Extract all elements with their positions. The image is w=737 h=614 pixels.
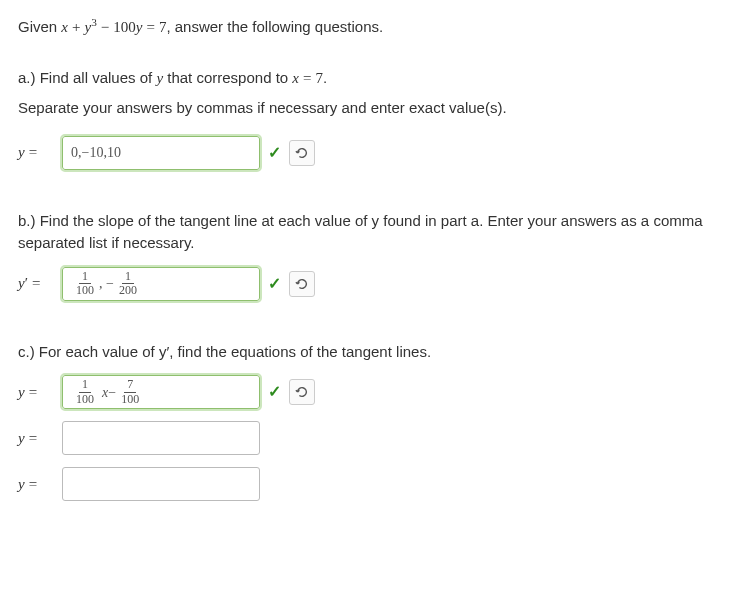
c-answer-input-2[interactable] — [62, 421, 260, 455]
b-label: y′= — [18, 272, 54, 295]
intro-line: Given x+y3−100y=7, answer the following … — [18, 14, 719, 39]
a-xexpr: x=7 — [292, 70, 323, 86]
a-label: y= — [18, 141, 54, 164]
part-b-row: y′= 1100 , − 1200 ✓ — [18, 267, 719, 301]
a-pre: a.) Find all values of — [18, 69, 156, 86]
c-label-2: y= — [18, 427, 54, 450]
b-f2n: 1 — [122, 270, 134, 284]
retry-button[interactable] — [289, 271, 315, 297]
c-answer-input-3[interactable] — [62, 467, 260, 501]
c1-frac1: 1100 — [73, 378, 97, 405]
c1-f1n: 1 — [79, 378, 91, 392]
c1-minus: − — [108, 382, 116, 403]
b-frac2: 1200 — [116, 270, 140, 297]
b-frac1: 1100 — [73, 270, 97, 297]
retry-icon — [295, 385, 309, 399]
retry-icon — [295, 146, 309, 160]
intro-pre: Given — [18, 18, 61, 35]
b-sep: , − — [99, 273, 114, 294]
check-icon: ✓ — [268, 380, 281, 404]
c-label-1: y= — [18, 381, 54, 404]
retry-button[interactable] — [289, 379, 315, 405]
c1-frac2: 7100 — [118, 378, 142, 405]
intro-post: , answer the following questions. — [166, 18, 383, 35]
part-b-prompt: b.) Find the slope of the tangent line a… — [18, 210, 719, 255]
part-c-row-2: y= — [18, 421, 719, 455]
a-answer-input[interactable]: 0,−10,10 — [62, 136, 260, 170]
b-answer-input[interactable]: 1100 , − 1200 — [62, 267, 260, 301]
c1-f2n: 7 — [124, 378, 136, 392]
retry-button[interactable] — [289, 140, 315, 166]
part-a-prompt: a.) Find all values of y that correspond… — [18, 67, 719, 90]
check-icon: ✓ — [268, 141, 281, 165]
c-answer-input-1[interactable]: 1100 x − 7100 — [62, 375, 260, 409]
part-c-prompt: c.) For each value of y′, find the equat… — [18, 341, 719, 364]
a-end: . — [323, 69, 327, 86]
part-a-row: y= 0,−10,10 ✓ — [18, 136, 719, 170]
c1-f2d: 100 — [118, 393, 142, 406]
c1-f1d: 100 — [73, 393, 97, 406]
b-f1d: 100 — [73, 284, 97, 297]
intro-equation: x+y3−100y=7 — [61, 19, 166, 35]
part-c-row-1: y= 1100 x − 7100 ✓ — [18, 375, 719, 409]
part-a-note: Separate your answers by commas if neces… — [18, 97, 719, 120]
b-f2d: 200 — [116, 284, 140, 297]
a-mid: that correspond to — [163, 69, 292, 86]
check-icon: ✓ — [268, 272, 281, 296]
b-f1n: 1 — [79, 270, 91, 284]
c-label-3: y= — [18, 473, 54, 496]
retry-icon — [295, 277, 309, 291]
part-c-row-3: y= — [18, 467, 719, 501]
